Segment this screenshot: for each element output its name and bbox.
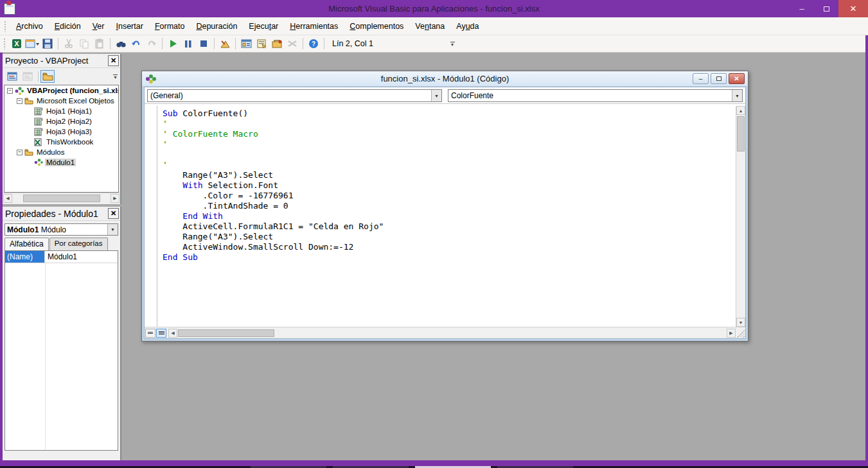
- object-browser-icon[interactable]: [270, 37, 284, 50]
- property-value[interactable]: Módulo1: [45, 251, 80, 263]
- object-selector-dropdown[interactable]: Módulo1 Módulo ▼: [4, 223, 118, 236]
- menu-item-formato[interactable]: Formato: [149, 19, 191, 33]
- code-vscrollbar[interactable]: ▲ ▼: [736, 106, 745, 327]
- procedure-dropdown[interactable]: ColorFuente ▼: [448, 89, 743, 102]
- tree-item-modulo1[interactable]: Módulo1: [4, 157, 118, 168]
- code-close-button[interactable]: ✕: [729, 73, 745, 84]
- code-line[interactable]: End With: [163, 211, 384, 221]
- scroll-right-icon[interactable]: ▶: [111, 194, 120, 203]
- maximize-icon: [824, 6, 829, 12]
- tree-item-hoja2hoja2[interactable]: Hoja2 (Hoja2): [4, 116, 118, 126]
- project-tree-hscrollbar[interactable]: ◀ ▶: [3, 193, 120, 203]
- code-line[interactable]: Range("A3").Select: [163, 232, 384, 242]
- find-icon[interactable]: [114, 37, 128, 50]
- hscroll-thumb[interactable]: [178, 329, 274, 337]
- tree-item-label: Hoja1 (Hoja1): [45, 107, 93, 115]
- code-line[interactable]: ': [163, 160, 384, 170]
- menu-item-archivo[interactable]: Archivo: [10, 19, 49, 33]
- tree-item-label: Hoja2 (Hoja2): [45, 117, 93, 125]
- toolbar-grip-handle[interactable]: [3, 38, 6, 49]
- properties-window-icon[interactable]: [254, 37, 269, 50]
- undo-icon[interactable]: [129, 37, 143, 50]
- menu-item-herramientas[interactable]: Herramientas: [284, 19, 344, 33]
- scroll-down-icon[interactable]: ▼: [736, 318, 745, 327]
- menu-item-ejecutar[interactable]: Ejecutar: [243, 19, 284, 33]
- code-line[interactable]: Range("A3").Select: [163, 170, 384, 180]
- toolbox-icon: [285, 37, 299, 50]
- code-line[interactable]: [163, 150, 384, 160]
- code-line[interactable]: ActiveWindow.SmallScroll Down:=-12: [163, 242, 384, 252]
- close-button[interactable]: ✕: [838, 0, 868, 17]
- scroll-up-icon[interactable]: ▲: [736, 106, 745, 115]
- project-panel-close-button[interactable]: ✕: [108, 55, 119, 66]
- insert-userform-icon[interactable]: [25, 37, 39, 50]
- code-line[interactable]: Sub ColorFuente(): [163, 108, 384, 119]
- menu-item-ver[interactable]: Ver: [87, 19, 111, 33]
- menu-item-insertar[interactable]: Insertar: [110, 19, 148, 33]
- code-line[interactable]: ' ColorFuente Macro: [163, 129, 384, 139]
- dropdown-arrow-icon[interactable]: ▼: [732, 90, 742, 101]
- tree-item-hoja3hoja3[interactable]: Hoja3 (Hoja3): [4, 126, 118, 137]
- code-minimize-button[interactable]: –: [693, 73, 709, 84]
- menu-item-edicion[interactable]: Edición: [49, 19, 87, 33]
- code-line[interactable]: ': [163, 139, 384, 150]
- menu-item-ayuda[interactable]: Ayuda: [450, 19, 484, 33]
- design-mode-icon[interactable]: [218, 37, 232, 50]
- code-line[interactable]: With Selection.Font: [163, 180, 384, 191]
- procedure-view-button[interactable]: [145, 329, 155, 338]
- tab-alfabetica[interactable]: Alfabética: [4, 238, 49, 250]
- view-object-icon[interactable]: [21, 70, 35, 83]
- toolbar-overflow-button[interactable]: ▾: [448, 37, 457, 50]
- vscroll-thumb[interactable]: [737, 116, 745, 152]
- dropdown-arrow-icon[interactable]: ▼: [431, 90, 441, 101]
- maximize-button[interactable]: [814, 0, 838, 17]
- scroll-left-icon[interactable]: ◀: [168, 329, 177, 338]
- menu-item-depuracion[interactable]: Depuración: [190, 19, 243, 33]
- property-row[interactable]: (Name)Módulo1: [5, 251, 118, 263]
- code-window-titlebar[interactable]: funcion_si.xlsx - Módulo1 (Código) – ✕: [142, 71, 748, 87]
- scroll-left-icon[interactable]: ◀: [3, 194, 12, 203]
- project-panel-overflow-button[interactable]: ▾: [111, 70, 120, 83]
- object-dropdown[interactable]: (General) ▼: [147, 89, 442, 102]
- view-code-icon[interactable]: [5, 70, 19, 83]
- help-icon[interactable]: ?: [306, 37, 321, 50]
- code-editor[interactable]: Sub ColorFuente()'' ColorFuente Macro' '…: [145, 106, 736, 327]
- code-text[interactable]: Sub ColorFuente()'' ColorFuente Macro' '…: [163, 108, 384, 263]
- save-icon[interactable]: [40, 37, 55, 50]
- module-icon: [146, 74, 157, 84]
- workbook-icon: [34, 138, 43, 146]
- tree-item-microsoftexcelobjetos[interactable]: −Microsoft Excel Objetos: [4, 96, 118, 106]
- run-icon[interactable]: [166, 37, 180, 50]
- collapse-icon[interactable]: −: [7, 88, 13, 94]
- dropdown-arrow-icon[interactable]: ▼: [107, 224, 118, 235]
- collapse-icon[interactable]: −: [17, 150, 22, 155]
- properties-panel-close-button[interactable]: ✕: [108, 208, 119, 219]
- menu-item-complementos[interactable]: Complementos: [344, 19, 409, 33]
- collapse-icon[interactable]: −: [17, 98, 22, 104]
- code-line[interactable]: ActiveCell.FormulaR1C1 = "Celda en Rojo": [163, 221, 384, 232]
- toggle-folders-icon[interactable]: [40, 70, 55, 83]
- break-icon[interactable]: [181, 37, 195, 50]
- hscroll-thumb[interactable]: [23, 195, 100, 202]
- tree-item-modulos[interactable]: −Módulos: [4, 147, 118, 157]
- code-restore-button[interactable]: [711, 73, 727, 84]
- tab-porcategorias[interactable]: Por categorías: [49, 238, 108, 250]
- excel-icon[interactable]: X: [10, 37, 24, 50]
- code-line[interactable]: .TintAndShade = 0: [163, 201, 384, 211]
- toolbar-separator: [214, 38, 215, 49]
- resize-grip[interactable]: [737, 330, 745, 338]
- menu-item-ventana[interactable]: Ventana: [409, 19, 450, 33]
- project-explorer-icon[interactable]: [239, 37, 253, 50]
- tree-item-hoja1hoja1[interactable]: Hoja1 (Hoja1): [4, 106, 118, 116]
- code-line[interactable]: ': [163, 119, 384, 129]
- full-module-view-button[interactable]: [156, 329, 166, 338]
- reset-icon[interactable]: [197, 37, 211, 50]
- code-margin-indicator-bar[interactable]: [145, 106, 157, 327]
- tree-item-thisworkbook[interactable]: ThisWorkbook: [4, 137, 118, 147]
- scroll-right-icon[interactable]: ▶: [727, 329, 736, 338]
- minimize-button[interactable]: –: [790, 0, 814, 17]
- code-line[interactable]: .Color = -16776961: [163, 191, 384, 201]
- tree-item-vbaprojectfuncionsixlsx[interactable]: −VBAProject (funcion_si.xlsx): [4, 85, 118, 96]
- menubar-grip-handle[interactable]: [4, 21, 6, 32]
- code-line[interactable]: End Sub: [163, 252, 384, 263]
